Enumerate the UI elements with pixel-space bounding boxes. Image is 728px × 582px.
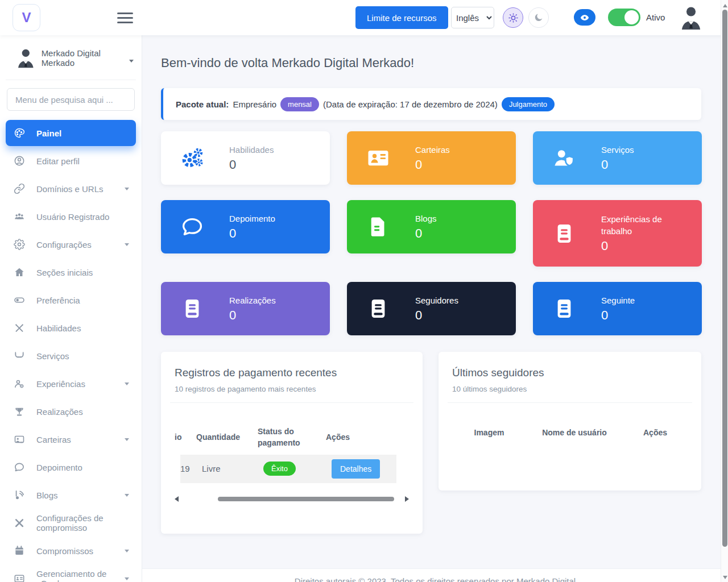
book-icon — [552, 297, 576, 321]
payment-status-badge: Êxito — [263, 462, 296, 476]
payments-horizontal-scrollbar[interactable] — [175, 495, 409, 503]
package-expiry: (Data de expiração: 17 de dezembro de 20… — [323, 99, 498, 109]
payments-panel-subtitle: 10 registros de pagamento mais recentes — [175, 385, 409, 393]
user-shield-icon — [552, 146, 576, 170]
user-avatar[interactable] — [679, 5, 703, 31]
sidebar-item-label: Domínios e URLs — [36, 184, 113, 194]
scroll-right-arrow[interactable] — [405, 496, 409, 502]
sidebar-item-label: Compromissos — [36, 546, 113, 556]
gear-icon — [14, 239, 25, 250]
sidebar-nav: Painel Editar perfil Domínios e URLs — [6, 120, 136, 582]
stat-card-realizacoes[interactable]: Realizações 0 — [161, 282, 330, 335]
sidebar-item-painel[interactable]: Painel — [6, 120, 136, 146]
sidebar-item-gerenciamento-vcards[interactable]: Gerenciamento de vCards — [6, 566, 136, 582]
logo-letter: V — [22, 10, 31, 26]
active-status-label: Ativo — [646, 13, 665, 22]
sidebar-item-configuracoes-compromisso[interactable]: Configurações de compromisso — [6, 510, 136, 536]
divider — [170, 402, 413, 403]
sidebar-item-habilidades[interactable]: Habilidades — [6, 315, 136, 341]
stat-card-blogs[interactable]: Blogs 0 — [347, 200, 516, 253]
payments-table-header: io Quantidade Status do pagamento Ações — [175, 426, 409, 449]
active-status-toggle[interactable] — [608, 9, 640, 26]
hscroll-thumb[interactable] — [218, 497, 394, 501]
language-select[interactable]: Inglês — [451, 7, 494, 28]
sidebar-item-usuario-registrado[interactable]: Usuário Registrado — [6, 203, 136, 230]
scrollbar-up-arrow[interactable] — [723, 4, 727, 7]
package-period-badge: mensal — [280, 97, 319, 111]
sidebar-item-label: Experiências — [36, 379, 113, 389]
resource-limit-button[interactable]: Limite de recursos — [355, 6, 448, 29]
trophy-icon — [14, 406, 25, 417]
payments-panel-title: Registros de pagamento recentes — [175, 367, 409, 379]
sidebar-item-label: Configurações de compromisso — [36, 513, 129, 533]
column-header-actions: Ações — [326, 433, 383, 442]
sidebar-item-experiencias[interactable]: Experiências — [6, 371, 136, 397]
main-content: Bem-vindo de volta Merkado Digital Merka… — [142, 35, 728, 582]
profile-caret-icon — [129, 60, 134, 63]
sidebar-item-servicos[interactable]: Serviços — [6, 343, 136, 369]
stat-card-label: Serviços — [601, 144, 634, 156]
menu-search-input[interactable] — [7, 88, 135, 111]
hands-icon — [14, 350, 25, 361]
sidebar-item-dominios-urls[interactable]: Domínios e URLs — [6, 176, 136, 202]
column-header-image: Imagem — [452, 428, 526, 437]
book-icon — [180, 297, 204, 321]
id-card-icon — [366, 146, 390, 170]
stat-card-label: Experiências de trabalho — [601, 213, 686, 237]
chevron-down-icon — [125, 494, 129, 497]
dashboard-page: V Limite de recursos Inglês Ativo — [0, 0, 728, 582]
crossed-pens-icon — [14, 322, 25, 334]
scroll-left-arrow[interactable] — [175, 496, 179, 502]
page-title: Bem-vindo de volta Merkado Digital Merka… — [161, 56, 701, 70]
sidebar-item-label: Depoimento — [36, 463, 129, 472]
scrollbar-down-arrow[interactable] — [723, 576, 727, 579]
stat-card-value: 0 — [601, 308, 635, 323]
sidebar-item-compromissos[interactable]: Compromissos — [6, 538, 136, 564]
stat-card-value: 0 — [415, 308, 458, 323]
light-mode-button[interactable] — [503, 7, 523, 28]
payment-cell-quantity: Livre — [194, 464, 263, 473]
package-trial-badge: Julgamento — [502, 97, 555, 111]
sidebar-item-preferencia[interactable]: Preferência — [6, 287, 136, 313]
top-header: V Limite de recursos Inglês Ativo — [0, 0, 728, 35]
toggle-icon — [14, 294, 25, 306]
sidebar-item-editar-perfil[interactable]: Editar perfil — [6, 148, 136, 174]
hscroll-track[interactable] — [183, 497, 400, 501]
sidebar-item-depoimento[interactable]: Depoimento — [6, 454, 136, 480]
stat-card-label: Depoimento — [229, 213, 275, 225]
stat-card-experiencias-trabalho[interactable]: Experiências de trabalho 0 — [533, 200, 702, 267]
sidebar-item-blogs[interactable]: Blogs — [6, 482, 136, 508]
dark-mode-button[interactable] — [528, 7, 549, 28]
sidebar-item-label: Configurações — [36, 240, 113, 250]
column-header-actions: Ações — [623, 428, 688, 437]
column-header-quantity: Quantidade — [188, 433, 258, 442]
sidebar-item-configuracoes[interactable]: Configurações — [6, 231, 136, 257]
sidebar-item-secoes-iniciais[interactable]: Seções iniciais — [6, 259, 136, 285]
stat-card-seguidores[interactable]: Seguidores 0 — [347, 282, 516, 335]
sidebar-item-label: Carteiras — [36, 435, 113, 444]
page-scrollbar[interactable] — [721, 0, 728, 582]
app-logo[interactable]: V — [13, 4, 40, 31]
sidebar-item-label: Gerenciamento de vCards — [36, 569, 113, 582]
stat-card-seguinte[interactable]: Seguinte 0 — [533, 282, 702, 335]
payment-details-button[interactable]: Detalhes — [332, 459, 380, 479]
preview-vcard-button[interactable] — [574, 9, 595, 26]
stat-card-depoimento[interactable]: Depoimento 0 — [161, 200, 330, 253]
sidebar-item-carteiras[interactable]: Carteiras — [6, 426, 136, 452]
sidebar-profile[interactable]: Merkado Digital Merkado — [6, 35, 136, 80]
stat-card-label: Carteiras — [415, 144, 450, 156]
chevron-down-icon — [125, 438, 129, 441]
book-icon — [552, 222, 576, 246]
hamburger-menu-icon[interactable] — [117, 11, 133, 24]
stat-card-value: 0 — [415, 157, 450, 172]
crossed-tools-icon — [14, 517, 25, 529]
sidebar-item-realizacoes[interactable]: Realizações — [6, 398, 136, 425]
stat-card-carteiras[interactable]: Carteiras 0 — [347, 131, 516, 185]
stat-card-habilidades[interactable]: Habilidades 0 — [161, 131, 330, 185]
payment-cell-id-partial: 19 — [180, 464, 194, 473]
stat-card-servicos[interactable]: Serviços 0 — [533, 131, 702, 185]
stat-card-value: 0 — [601, 239, 686, 253]
scrollbar-thumb[interactable] — [722, 10, 727, 547]
book-icon — [366, 297, 390, 321]
recent-payments-panel: Registros de pagamento recentes 10 regis… — [161, 352, 423, 534]
